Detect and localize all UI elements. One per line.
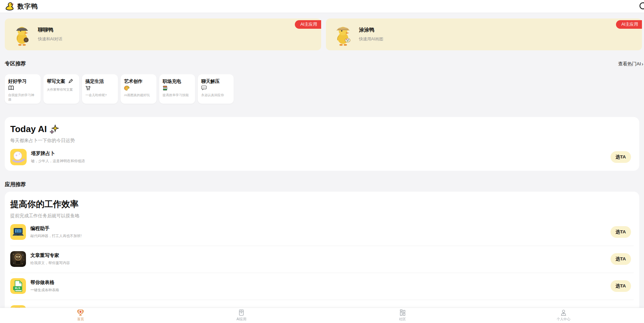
book-icon xyxy=(8,86,37,91)
today-ai-panel: Today AI 每天都来占卜一下你的今日运势 塔罗牌占卜 嘘，少年人，这是神明… xyxy=(5,117,639,171)
banner-subtitle: 快速和AI对话 xyxy=(38,36,62,42)
zone-card-title: 帮写文案 xyxy=(47,79,65,84)
chevron-right-icon: › xyxy=(642,61,643,67)
zone-card-title: 职场充电 xyxy=(163,79,181,84)
palette-icon xyxy=(124,86,153,91)
today-ai-title: Today AI xyxy=(10,124,47,134)
nav-label: 社区 xyxy=(399,317,406,322)
ai-main-app-badge: AI主应用 xyxy=(616,20,642,29)
bottom-nav: 首页 AI应用 社区 个人中心 xyxy=(0,308,644,323)
top-bar: 数字鸭 xyxy=(0,0,644,13)
ai-apps-icon xyxy=(238,309,244,316)
banner-row: 聊聊鸭 快速和AI对话 AI主应用 涂涂鸭 快速用AI画图 AI主应用 xyxy=(5,18,642,50)
zone-card-subtitle: 自我提升的学习神器 xyxy=(8,93,37,102)
pick-ta-button[interactable]: 选TA xyxy=(611,151,631,163)
chat-icon xyxy=(201,86,230,91)
nav-item[interactable]: 首页 xyxy=(0,308,161,323)
cart-icon xyxy=(85,86,114,91)
owl-art-icon xyxy=(10,251,26,267)
banner-title: 涂涂鸭 xyxy=(359,27,383,33)
detective-duck-image xyxy=(12,23,32,46)
zone-card[interactable]: 职场充电 提高效率学习技能 xyxy=(159,74,195,104)
zone-header: 专区推荐 查看热门AI › xyxy=(5,60,643,67)
svg-text:XLS: XLS xyxy=(15,287,20,290)
zone-card[interactable]: 帮写文案 大作家帮你写文案 xyxy=(43,74,79,104)
zone-card[interactable]: 艺术创作 AI画图真的超好玩 xyxy=(121,74,156,104)
duck-logo-icon xyxy=(5,2,14,11)
banner-title: 聊聊鸭 xyxy=(38,27,62,33)
home-duck-icon xyxy=(77,309,84,316)
zone-card-title: 好好学习 xyxy=(8,79,27,84)
app-subtitle: 敲代码神器，打工人再也不加班! xyxy=(30,234,82,238)
app-list-item[interactable]: 编程助手 敲代码神器，打工人再也不加班! 选TA xyxy=(10,219,634,246)
app-list: 编程助手 敲代码神器，打工人再也不加班! 选TA 文章重写专家 给我原文，帮你重… xyxy=(10,219,634,313)
today-ai-subtitle: 每天都来占卜一下你的今日运势 xyxy=(10,138,634,144)
tarot-subtitle: 嘘，少年人，这是神明在和你低语 xyxy=(31,159,85,164)
view-hot-ai-link[interactable]: 查看热门AI › xyxy=(618,61,643,67)
zone-card-title: 艺术创作 xyxy=(124,79,142,84)
work-efficiency-panel: 提高你的工作效率 提前完成工作任务后就可以摸鱼咯 编程助手 敲代码神器，打工人再… xyxy=(5,192,639,313)
zone-card-subtitle: 永远认真回应你 xyxy=(201,93,230,98)
pick-ta-button[interactable]: 选TA xyxy=(611,226,631,238)
community-icon xyxy=(399,309,406,316)
painter-duck-image xyxy=(333,23,353,46)
zone-section-title: 专区推荐 xyxy=(5,60,26,67)
profile-icon xyxy=(560,309,567,316)
pick-ta-button[interactable]: 选TA xyxy=(611,280,631,292)
work-panel-title: 提高你的工作效率 xyxy=(10,198,634,210)
zone-card-subtitle: 一会儿吃啥呢? xyxy=(85,93,114,98)
zone-card-subtitle: 大作家帮你写文案 xyxy=(47,88,76,92)
nav-label: AI应用 xyxy=(236,317,246,322)
work-panel-subtitle: 提前完成工作任务后就可以摸鱼咯 xyxy=(10,213,634,219)
laptop-icon xyxy=(10,224,26,240)
app-title: 帮你做表格 xyxy=(30,280,59,286)
tarot-title: 塔罗牌占卜 xyxy=(31,151,85,157)
zone-card[interactable]: 搞定生活 一会儿吃啥呢? xyxy=(82,74,118,104)
app-subtitle: 一键生成各种表格 xyxy=(30,288,59,293)
nav-item[interactable]: 社区 xyxy=(322,308,483,323)
zone-card[interactable]: 好好学习 自我提升的学习神器 xyxy=(5,74,41,104)
banner-subtitle: 快速用AI画图 xyxy=(359,36,383,42)
pick-ta-button[interactable]: 选TA xyxy=(611,253,631,265)
zone-card-title: 聊天解压 xyxy=(201,79,220,84)
zone-card-title: 搞定生活 xyxy=(85,79,104,84)
app-title: 数字鸭 xyxy=(17,2,38,11)
app-list-item[interactable]: 文章重写专家 给我原文，帮你重写内容 选TA xyxy=(10,246,634,273)
banner-card[interactable]: 聊聊鸭 快速和AI对话 AI主应用 xyxy=(5,18,321,50)
zone-card-row: 好好学习 自我提升的学习神器 帮写文案 大作家帮你写文案 搞定生活 一会儿吃啥呢… xyxy=(5,74,639,104)
circle-icon[interactable] xyxy=(639,2,644,10)
app-list-item[interactable]: XLS 帮你做表格 一键生成各种表格 选TA xyxy=(10,273,634,300)
pencil-icon xyxy=(68,79,73,84)
nav-item[interactable]: 个人中心 xyxy=(483,308,644,323)
app-title: 编程助手 xyxy=(30,225,82,232)
app-subtitle: 给我原文，帮你重写内容 xyxy=(30,261,70,266)
app-section-title: 应用推荐 xyxy=(5,181,639,188)
nav-item[interactable]: AI应用 xyxy=(161,308,322,323)
sparkles-icon xyxy=(50,125,59,134)
banner-card[interactable]: 涂涂鸭 快速用AI画图 AI主应用 xyxy=(326,18,642,50)
tarot-row[interactable]: 塔罗牌占卜 嘘，少年人，这是神明在和你低语 选TA xyxy=(10,149,634,165)
zone-card-subtitle: 提高效率学习技能 xyxy=(163,93,192,98)
tarot-icon xyxy=(10,149,27,165)
books-icon xyxy=(163,86,192,91)
nav-label: 个人中心 xyxy=(557,317,570,322)
app-title: 文章重写专家 xyxy=(30,253,70,259)
xls-icon: XLS xyxy=(10,278,26,294)
zone-card[interactable]: 聊天解压 永远认真回应你 xyxy=(198,74,234,104)
nav-label: 首页 xyxy=(77,317,84,322)
ai-main-app-badge: AI主应用 xyxy=(295,20,321,29)
zone-card-subtitle: AI画图真的超好玩 xyxy=(124,93,153,98)
